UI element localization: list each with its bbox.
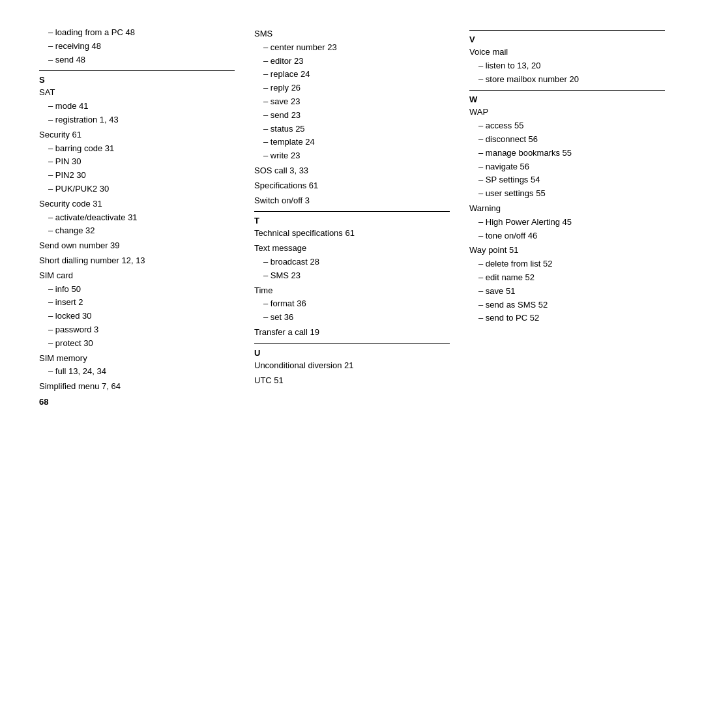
index-entry-subitem: – barring code 31 [39, 142, 235, 156]
index-entry-toplevel: Time [254, 284, 450, 298]
index-entry-subitem: – send 23 [254, 109, 450, 123]
index-entry-toplevel: Send own number 39 [39, 239, 235, 253]
index-entry-subitem: – replace 24 [254, 68, 450, 81]
section-heading: V [469, 35, 665, 44]
index-entry-subitem: – insert 2 [39, 296, 235, 310]
index-entry-subitem: – High Power Alerting 45 [469, 216, 665, 229]
index-entry: – receiving 48 [39, 40, 235, 53]
index-entry: – loading from a PC 48 [39, 26, 235, 40]
index-entry-toplevel: Way point 51 [469, 244, 665, 257]
index-entry-subitem: – reply 26 [254, 81, 450, 95]
index-entry-subitem: – registration 1, 43 [39, 113, 235, 127]
section-divider [254, 211, 450, 212]
index-entry-toplevel: Unconditional diversion 21 [254, 359, 450, 373]
index-entry-subitem: – delete from list 52 [469, 257, 665, 271]
section-divider [254, 343, 450, 344]
section-heading: U [254, 348, 450, 358]
index-entry-toplevel: Voice mail [469, 46, 665, 59]
index-entry-subitem: – send to PC 52 [469, 312, 665, 325]
index-entry-subitem: – status 25 [254, 123, 450, 136]
index-entry-subitem: – manage bookmarks 55 [469, 147, 665, 160]
index-entry-subitem: – set 36 [254, 311, 450, 325]
index-entry-subitem: – template 24 [254, 136, 450, 149]
index-entry-toplevel: Switch on/off 3 [254, 194, 450, 208]
index-entry-toplevel: SOS call 3, 33 [254, 164, 450, 178]
index-entry-toplevel: Transfer a call 19 [254, 326, 450, 340]
index-entry-toplevel: Technical specifications 61 [254, 227, 450, 240]
index-entry-subitem: – save 51 [469, 285, 665, 298]
index-entry-toplevel: UTC 51 [254, 374, 450, 388]
index-entry-subitem: – password 3 [39, 323, 235, 337]
index-entry-subitem: – edit name 52 [469, 271, 665, 285]
index-entry-subitem: – SP settings 54 [469, 173, 665, 187]
index-entry-subitem: – locked 30 [39, 310, 235, 323]
index-entry-toplevel: SAT [39, 86, 235, 100]
index-entry-subitem: – broadcast 28 [254, 255, 450, 269]
index-entry-subitem: – format 36 [254, 297, 450, 311]
index-entry-toplevel: Warning [469, 202, 665, 216]
index-entry-toplevel: Security 61 [39, 128, 235, 142]
index-entry-toplevel: SIM memory [39, 352, 235, 366]
index-entry-subitem: – access 55 [469, 119, 665, 133]
index-entry-subitem: – PIN2 30 [39, 169, 235, 182]
index-entry-subitem: – save 23 [254, 95, 450, 109]
index-entry-subitem: – PUK/PUK2 30 [39, 182, 235, 196]
column-3: VVoice mail– listen to 13, 20– store mai… [469, 26, 665, 325]
index-entry-subitem: – write 23 [254, 149, 450, 163]
index-entry-subitem: – center number 23 [254, 41, 450, 55]
index-entry-toplevel: SMS [254, 27, 450, 41]
page-container: – loading from a PC 48– receiving 48– se… [0, 0, 704, 433]
index-entry-subitem: – change 32 [39, 224, 235, 238]
index-entry-subitem: – store mailbox number 20 [469, 73, 665, 87]
index-entry-subitem: – tone on/off 46 [469, 229, 665, 243]
index-entry-subitem: – info 50 [39, 283, 235, 297]
index-entry-subitem: – mode 41 [39, 100, 235, 113]
index-entry-subitem: – protect 30 [39, 337, 235, 351]
page-number: 68 [39, 397, 48, 407]
continuation-items: – loading from a PC 48– receiving 48– se… [39, 26, 235, 66]
column-1: – loading from a PC 48– receiving 48– se… [39, 26, 254, 394]
index-entry-toplevel: Specifications 61 [254, 179, 450, 193]
index-entry-toplevel: SIM card [39, 269, 235, 283]
index-entry-subitem: – user settings 55 [469, 187, 665, 201]
section-heading: W [469, 95, 665, 104]
index-entry-toplevel: Security code 31 [39, 197, 235, 211]
section-divider [469, 30, 665, 31]
index-entry-toplevel: Short dialling number 12, 13 [39, 254, 235, 268]
index-entry: – send 48 [39, 53, 235, 67]
index-entry-toplevel: WAP [469, 106, 665, 119]
index-entry-subitem: – SMS 23 [254, 269, 450, 283]
column-2: SMS– center number 23– editor 23– replac… [254, 26, 469, 387]
index-entry-subitem: – listen to 13, 20 [469, 59, 665, 73]
section-heading: T [254, 216, 450, 226]
index-entry-subitem: – send as SMS 52 [469, 298, 665, 312]
index-entry-subitem: – editor 23 [254, 55, 450, 68]
index-entry-subitem: – full 13, 24, 34 [39, 365, 235, 379]
index-entry-subitem: – disconnect 56 [469, 133, 665, 147]
index-entry-toplevel: Text message [254, 242, 450, 255]
index-entry-subitem: – activate/deactivate 31 [39, 211, 235, 225]
columns-wrapper: – loading from a PC 48– receiving 48– se… [39, 26, 665, 394]
index-entry-subitem: – PIN 30 [39, 155, 235, 169]
index-entry-toplevel: Simplified menu 7, 64 [39, 380, 235, 394]
section-heading: S [39, 75, 235, 85]
index-entry-subitem: – navigate 56 [469, 160, 665, 174]
section-divider [469, 90, 665, 91]
section-divider [39, 70, 235, 71]
